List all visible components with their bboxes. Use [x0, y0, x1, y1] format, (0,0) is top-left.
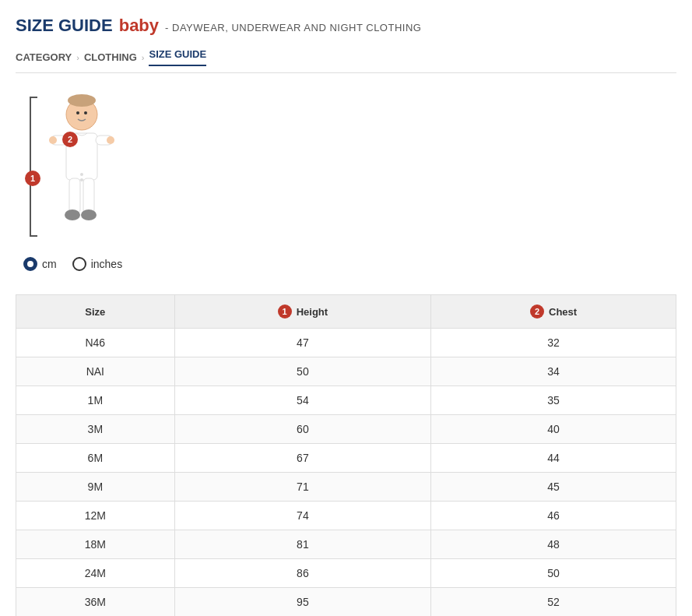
cell-height: 50: [174, 357, 430, 386]
table-row: 18M8148: [16, 530, 676, 559]
svg-point-13: [80, 173, 83, 176]
cell-height: 81: [174, 530, 430, 559]
radio-cm[interactable]: [23, 257, 37, 271]
table-row: N464732: [16, 329, 676, 357]
cell-chest: 45: [431, 473, 676, 502]
unit-cm-label: cm: [42, 258, 57, 270]
svg-point-12: [84, 111, 87, 114]
svg-point-14: [80, 178, 83, 181]
title-sizeguide: SIZE GUIDE: [16, 16, 113, 36]
cell-chest: 40: [431, 415, 676, 444]
cell-size: NAI: [16, 357, 175, 386]
title-subtitle: - DAYWEAR, UNDERWEAR AND NIGHT CLOTHING: [165, 22, 421, 33]
chevron-right-icon: ›: [142, 53, 145, 62]
svg-point-10: [81, 209, 97, 220]
svg-rect-7: [69, 178, 80, 213]
table-row: 1M5435: [16, 386, 676, 415]
svg-rect-8: [83, 178, 94, 213]
cell-size: 24M: [16, 559, 175, 588]
svg-point-5: [49, 136, 57, 144]
table-row: 6M6744: [16, 444, 676, 473]
cell-chest: 35: [431, 386, 676, 415]
svg-point-11: [76, 111, 79, 114]
cell-size: 12M: [16, 502, 175, 530]
unit-selector: cm inches: [23, 257, 122, 271]
breadcrumb-category[interactable]: CATEGORY: [16, 51, 72, 63]
col-badge-chest: 2: [530, 304, 544, 319]
col-header-chest: 2 Chest: [431, 295, 676, 329]
title-baby: baby: [119, 16, 159, 36]
cell-height: 54: [174, 386, 430, 415]
cell-chest: 32: [431, 329, 676, 357]
chevron-right-icon: ›: [76, 53, 79, 62]
col-header-height: 1 Height: [174, 295, 430, 329]
svg-point-6: [107, 136, 114, 144]
cell-size: 6M: [16, 444, 175, 473]
cell-size: 1M: [16, 386, 175, 415]
badge-chest: 2: [62, 132, 78, 147]
cell-height: 47: [174, 329, 430, 357]
table-row: 36M9552: [16, 588, 676, 617]
radio-inches[interactable]: [72, 257, 86, 271]
page-title: SIZE GUIDE baby - DAYWEAR, UNDERWEAR AND…: [16, 16, 676, 36]
cell-height: 74: [174, 502, 430, 530]
cell-size: 18M: [16, 530, 175, 559]
page-wrapper: SIZE GUIDE baby - DAYWEAR, UNDERWEAR AND…: [0, 0, 692, 616]
baby-figure: [47, 93, 117, 237]
table-row: 3M6040: [16, 415, 676, 444]
breadcrumb-clothing[interactable]: CLOTHING: [84, 51, 137, 63]
cell-height: 95: [174, 588, 430, 617]
table-row: 12M7446: [16, 502, 676, 530]
unit-inches[interactable]: inches: [72, 257, 122, 271]
svg-point-1: [68, 94, 96, 107]
table-row: 9M7145: [16, 473, 676, 502]
illustration-container: 1 2: [23, 89, 148, 245]
cell-chest: 34: [431, 357, 676, 386]
height-bracket-top: [30, 97, 37, 98]
cell-size: N46: [16, 329, 175, 357]
breadcrumb: CATEGORY › CLOTHING › SIZE GUIDE: [16, 48, 676, 73]
unit-cm[interactable]: cm: [23, 257, 57, 271]
cell-size: 9M: [16, 473, 175, 502]
col-header-size: Size: [16, 295, 175, 329]
cell-chest: 48: [431, 530, 676, 559]
badge-height: 1: [25, 171, 40, 186]
col-badge-height: 1: [278, 304, 292, 319]
cell-height: 60: [174, 415, 430, 444]
svg-point-9: [65, 209, 80, 220]
table-row: 24M8650: [16, 559, 676, 588]
cell-size: 3M: [16, 415, 175, 444]
cell-height: 67: [174, 444, 430, 473]
cell-chest: 52: [431, 588, 676, 617]
table-row: NAI5034: [16, 357, 676, 386]
size-table: Size 1 Height 2 Chest N464732NAI50341M54…: [16, 294, 676, 616]
illustration-section: 1 2 cm inches: [16, 89, 676, 271]
height-bracket-bottom: [30, 235, 37, 237]
table-header-row: Size 1 Height 2 Chest: [16, 295, 676, 329]
cell-chest: 46: [431, 502, 676, 530]
height-bracket-line: [30, 97, 31, 237]
breadcrumb-sizeguide: SIZE GUIDE: [149, 48, 206, 66]
cell-chest: 44: [431, 444, 676, 473]
cell-height: 71: [174, 473, 430, 502]
cell-height: 86: [174, 559, 430, 588]
cell-size: 36M: [16, 588, 175, 617]
unit-inches-label: inches: [91, 258, 122, 270]
cell-chest: 50: [431, 559, 676, 588]
